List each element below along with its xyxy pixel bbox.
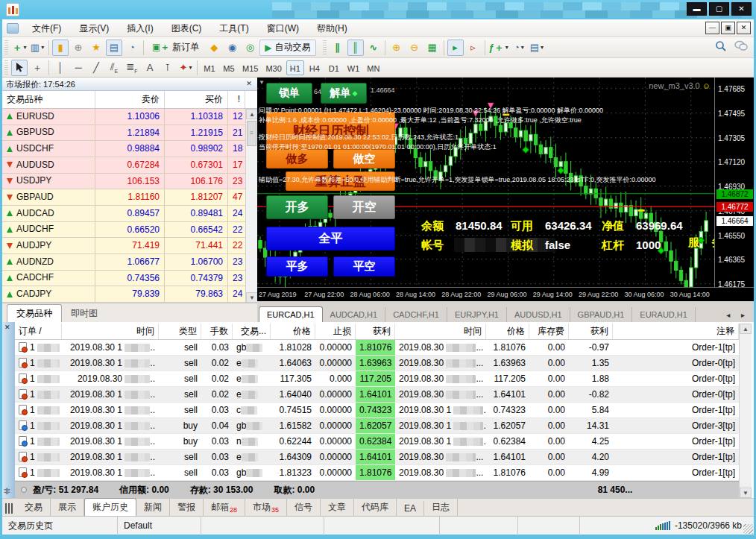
menu-item-帮助[interactable]: 帮助(H) [308,19,356,37]
order-row[interactable]: 1 2019.08.30 1 ..buy0.03n0.622440.000000… [15,434,739,450]
chart-menu-icon[interactable] [7,23,19,34]
chart-tab-AUDCAD-H1[interactable]: AUDCAD,H1 [323,307,386,322]
chart-tab-AUDUSD-H1[interactable]: AUDUSD,H1 [507,307,570,322]
orders-col-header[interactable]: 订单 / [15,324,62,339]
orders-col-header[interactable]: 库存费 [529,324,569,339]
minimize-button[interactable]: ▬ [687,2,707,16]
terminal-tab-展示[interactable]: 展示 [51,499,84,516]
tile-windows-button[interactable]: ▦ [424,40,441,56]
timeframe-MN[interactable]: MN [364,60,382,75]
community-icon[interactable]: ◉ [224,40,240,56]
chart-tab-scroll-icons[interactable]: ◂ ▸ [726,311,749,322]
open-short-button[interactable]: 开空 [333,195,395,219]
terminal-tab-信号[interactable]: 信号 [287,499,321,516]
new-order-button[interactable]: ▣＋ 新订单 [147,40,204,56]
terminal-tab-EA[interactable]: EA [397,501,424,516]
menu-item-显示[interactable]: 显示(V) [70,19,118,37]
terminal-toggle[interactable]: ▤ [106,40,122,56]
terminal-tab-警报[interactable]: 警报 [170,499,204,516]
mw-tab-即时图[interactable]: 即时图 [62,305,107,322]
scroll-up-icon[interactable]: ▲ [246,109,258,119]
chart-tab-EURCAD-H1[interactable]: EURCAD,H1 [259,306,323,322]
unlock-orders-button[interactable]: 解单◆ [321,83,367,104]
timeframe-H4[interactable]: H4 [306,60,324,75]
menu-item-文件[interactable]: 文件(F) [23,19,70,37]
terminal-tab-交易[interactable]: 交易 [17,499,51,516]
search-icon[interactable] [715,40,727,55]
data-window-button[interactable]: ⊕ [70,40,86,56]
market-row-EURUSD[interactable]: EURUSD1.103061.1031812 [2,109,245,125]
order-row[interactable]: 1 2019.08.30 ..sell0.02e117.3050.000117.… [15,371,739,387]
open-long-button[interactable]: 开多 [266,195,328,219]
menu-item-窗口[interactable]: 窗口(W) [258,19,308,37]
autotrading-button[interactable]: ▶ 自动交易 [259,40,315,56]
market-watch-close-icon[interactable]: ✕ [244,79,254,89]
resize-grip[interactable] [743,524,753,534]
market-row-AUDUSD[interactable]: AUDUSD0.672840.6730117 [2,157,245,174]
scroll-down-icon[interactable]: ▼ [246,292,258,303]
market-row-USDJPY[interactable]: USDJPY106.153106.17623 [2,174,245,190]
orders-col-header[interactable]: 注释 [613,324,739,339]
arrows-tool[interactable]: ✦▾ [177,60,194,76]
orders-col-header[interactable]: 交易... [233,324,271,339]
order-row[interactable]: 1 2019.08.30 1 ..sell0.03gb1.810280.0000… [15,340,739,356]
terminal-tab-市场[interactable]: 市场35 [245,499,287,516]
chart-shift-button[interactable]: ▹ [465,40,482,56]
timeframe-M30[interactable]: M30 [262,60,284,75]
zoom-in-button[interactable]: ⊕ [388,40,405,56]
lock-orders-button[interactable]: 锁单 [266,83,312,104]
cursor-tool[interactable] [11,60,28,76]
new-chart-button[interactable]: ＋▾ [11,40,28,56]
terminal-tab-代码库[interactable]: 代码库 [354,499,397,516]
price-scale[interactable]: 1.476851.474951.473051.471201.469301.467… [714,78,754,287]
vertical-line-tool[interactable]: │ [52,60,69,76]
scroll-up-icon[interactable]: ▲ [740,324,752,334]
terminal-scrollbar[interactable]: ▲ ▼ [739,324,752,498]
profiles-button[interactable]: ▥▾ [29,40,45,56]
orders-col-header[interactable]: 获利 [569,324,613,339]
order-row[interactable]: 1 2019.08.30 1 ..sell0.03e1.643090.00000… [15,450,739,465]
templates-button[interactable]: ▤▾ [529,40,545,56]
market-watch-toggle[interactable]: ▮ [52,40,69,56]
chart-dropdown-icon[interactable]: ▼ [259,79,265,86]
text-tool[interactable]: A [142,60,158,76]
market-row-GBPUSD[interactable]: GBPUSD1.218941.2191521 [2,125,245,142]
terminal-tab-账户历史[interactable]: 账户历史 [84,498,136,516]
chart-tab-CADCHF-H1[interactable]: CADCHF,H1 [385,307,447,322]
child-close-button[interactable]: ✕ [737,22,751,34]
terminal-tab-邮箱[interactable]: 邮箱28 [204,499,245,516]
navigator-favorites-button[interactable]: ★ [88,40,104,56]
menu-item-图表[interactable]: 图表(C) [163,19,211,37]
close-short-button[interactable]: 平空 [333,256,395,277]
scroll-down-icon[interactable]: ▼ [740,488,752,498]
timeframe-D1[interactable]: D1 [325,60,343,75]
terminal-tab-日志[interactable]: 日志 [424,499,458,516]
timeframe-H1[interactable]: H1 [286,60,304,75]
market-watch-scrollbar[interactable]: ▲ ≡ ▼ [245,109,257,303]
terminal-tab-文章[interactable]: 文章 [321,499,354,516]
orders-col-header[interactable]: 止损 [315,324,356,339]
timeframe-M15[interactable]: M15 [239,60,261,75]
market-row-GBPAUD[interactable]: GBPAUD1.811601.8120747 [2,189,245,206]
chart-tab-EURAUD-H1[interactable]: EURAUD,H1 [632,307,696,322]
strategy-tester-button[interactable]: ◔ [124,40,140,56]
horizontal-line-tool[interactable]: ─ [70,60,86,76]
close-long-button[interactable]: 平多 [266,256,328,277]
child-restore-button[interactable]: ▣ [721,22,735,34]
timeframe-M1[interactable]: M1 [201,60,218,75]
orders-col-header[interactable]: 手数 [201,324,233,339]
orders-col-header[interactable]: 时间 [62,324,159,339]
trendline-tool[interactable]: ╱ [88,60,104,76]
menu-item-工具[interactable]: 工具(T) [210,19,257,37]
periods-button[interactable]: ◔▾ [511,40,527,56]
market-row-USDCHF[interactable]: USDCHF0.988840.9890218 [2,141,245,157]
market-row-AUDJPY[interactable]: AUDJPY71.41971.44122 [2,238,245,254]
orders-col-header[interactable]: 价格 [271,324,315,339]
chart-tab-GBPAUD-H1[interactable]: GBPAUD,H1 [570,307,633,322]
terminal-close-icon[interactable]: ✕ [4,324,10,331]
order-row[interactable]: 1 2019.08.30 1 ..sell0.03gb1.813230.0000… [15,465,739,481]
order-row[interactable]: 1 2019.08.30 1 ..sell0.03c0.745150.00000… [15,403,739,418]
terminal-tab-新闻[interactable]: 新闻 [136,499,170,516]
maximize-button[interactable]: ▢ [709,2,729,16]
signals-icon[interactable]: ◎ [242,40,258,56]
